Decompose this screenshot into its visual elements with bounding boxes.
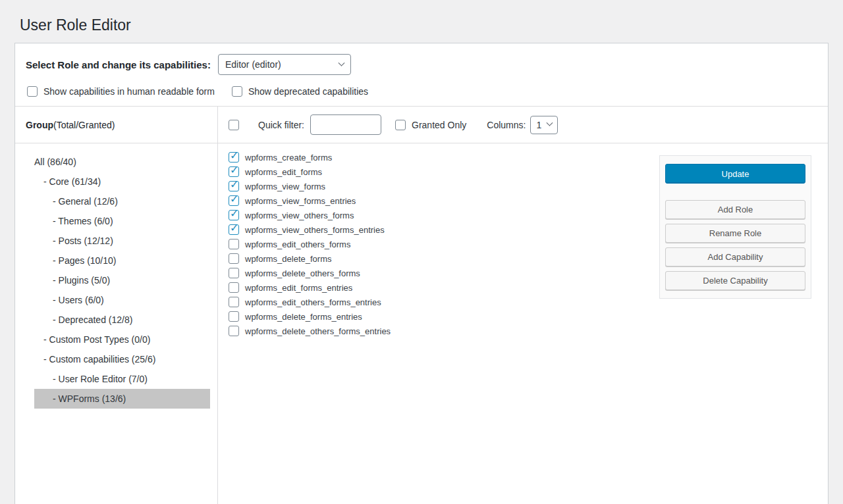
capabilities-area: wpforms_create_forms wpforms_edit_forms … [218,143,828,504]
capability-row: wpforms_edit_others_forms [229,239,651,249]
capability-label: wpforms_view_forms [245,182,325,191]
capability-row: wpforms_delete_others_forms_entries [229,326,651,336]
group-tree-item[interactable]: - Plugins (5/0) [34,270,210,290]
capability-row: wpforms_view_forms_entries [229,195,651,206]
capability-checkbox[interactable] [229,166,239,177]
capability-checkbox[interactable] [229,253,239,264]
capability-row: wpforms_edit_others_forms_entries [229,297,651,307]
quick-filter-label: Quick filter: [258,120,304,130]
capabilities-column: Quick filter: Granted Only Columns: 1 wp… [218,107,828,504]
capability-label: wpforms_edit_forms [245,167,322,177]
capability-checkbox[interactable] [229,181,239,191]
group-item-label: - Pages (10/10) [53,255,117,266]
capability-label: wpforms_create_forms [245,153,332,163]
capability-row: wpforms_edit_forms [229,166,651,177]
capability-checkbox[interactable] [229,326,239,336]
chevron-down-icon [547,120,553,126]
quick-filter-input[interactable] [310,114,381,135]
capability-row: wpforms_delete_forms_entries [229,311,651,322]
granted-only-checkbox[interactable] [395,120,406,130]
capability-label: wpforms_view_others_forms [245,211,354,220]
deprecated-checkbox[interactable] [232,86,242,97]
capability-label: wpforms_edit_others_forms_entries [245,297,381,307]
group-item-label: - General (12/6) [53,196,118,207]
group-tree-item[interactable]: - Custom capabilities (25/6) [34,349,210,369]
capability-label: wpforms_edit_forms_entries [245,283,352,293]
user-role-editor-panel: Select Role and change its capabilities:… [14,43,829,504]
capability-row: wpforms_create_forms [229,152,651,163]
group-item-label: - WPForms (13/6) [53,393,126,404]
capability-label: wpforms_edit_others_forms [245,239,350,249]
group-item-label: - Posts (12/12) [53,236,113,246]
capability-checkbox[interactable] [229,282,239,293]
group-tree-item[interactable]: - User Role Editor (7/0) [34,369,210,389]
group-tree-item[interactable]: - Users (6/0) [34,290,210,310]
capability-checkbox[interactable] [229,195,239,206]
group-header: Group (Total/Granted) [15,107,217,143]
capability-checkbox[interactable] [229,224,239,235]
filter-bar: Quick filter: Granted Only Columns: 1 [218,107,828,143]
group-tree-item[interactable]: - Posts (12/12) [34,231,210,251]
group-item-label: - Deprecated (12/8) [53,315,132,325]
capability-row: wpforms_delete_others_forms [229,268,651,278]
group-tree: All (86/40) - Core (61/34) - General (12… [34,152,210,409]
group-tree-item[interactable]: - General (12/6) [34,191,210,211]
human-readable-label: Show capabilities in human readable form [43,86,215,97]
human-readable-option[interactable]: Show capabilities in human readable form [27,86,215,97]
deprecated-label: Show deprecated capabilities [248,86,368,97]
group-column: Group (Total/Granted) All (86/40) - Core… [15,107,218,504]
capability-row: wpforms_delete_forms [229,253,651,264]
group-item-label: - Core (61/34) [43,176,101,187]
capability-label: wpforms_view_forms_entries [245,196,356,206]
add-capability-button[interactable]: Add Capability [665,247,805,266]
columns-select-value: 1 [536,120,541,130]
capability-checkbox[interactable] [229,268,239,278]
group-tree-item[interactable]: - Custom Post Types (0/0) [34,330,210,349]
chevron-down-icon [338,59,344,66]
panel-content: Group (Total/Granted) All (86/40) - Core… [15,107,828,504]
capability-row: wpforms_edit_forms_entries [229,282,651,293]
group-tree-item[interactable]: - Pages (10/10) [34,251,210,270]
human-readable-checkbox[interactable] [27,86,38,97]
role-selector-row: Select Role and change its capabilities:… [15,43,828,75]
capability-checkbox[interactable] [229,210,239,220]
add-role-button[interactable]: Add Role [665,200,805,219]
display-options-row: Show capabilities in human readable form… [15,75,828,106]
group-item-label: - User Role Editor (7/0) [53,374,148,384]
rename-role-button[interactable]: Rename Role [665,224,805,243]
group-tree-item[interactable]: All (86/40) [34,152,210,172]
actions-panel: Update Add Role Rename Role Add Capabili… [659,155,811,299]
capability-checkbox[interactable] [229,152,239,163]
capability-checkbox[interactable] [229,311,239,322]
group-item-label: - Users (6/0) [53,295,104,305]
group-tree-item[interactable]: - WPForms (13/6) [34,389,210,409]
capability-checkbox[interactable] [229,239,239,249]
deprecated-option[interactable]: Show deprecated capabilities [232,86,368,97]
columns-label: Columns: [487,120,526,130]
capabilities-list: wpforms_create_forms wpforms_edit_forms … [218,152,651,340]
capability-checkbox[interactable] [229,297,239,307]
group-tree-item[interactable]: - Themes (6/0) [34,211,210,231]
group-item-label: - Plugins (5/0) [53,275,110,286]
capability-row: wpforms_view_others_forms [229,210,651,220]
delete-capability-button[interactable]: Delete Capability [665,271,805,290]
capability-label: wpforms_delete_forms [245,254,332,264]
select-all-checkbox[interactable] [229,120,239,130]
role-select[interactable]: Editor (editor) [218,54,351,75]
group-item-label: - Custom Post Types (0/0) [43,334,150,345]
page-title: User Role Editor [20,16,843,35]
group-item-label: - Custom capabilities (25/6) [43,354,155,365]
role-selector-label: Select Role and change its capabilities: [26,59,211,70]
group-header-suffix: (Total/Granted) [53,120,115,130]
update-button[interactable]: Update [665,164,805,184]
group-item-label: - Themes (6/0) [53,216,113,226]
group-tree-item[interactable]: - Core (61/34) [34,172,210,191]
group-tree-item[interactable]: - Deprecated (12/8) [34,310,210,330]
capability-row: wpforms_view_others_forms_entries [229,224,651,235]
capability-label: wpforms_view_others_forms_entries [245,225,385,235]
capability-label: wpforms_delete_others_forms [245,268,360,278]
capability-row: wpforms_view_forms [229,181,651,191]
group-header-title: Group [26,120,53,130]
role-select-value: Editor (editor) [225,59,281,70]
columns-select[interactable]: 1 [530,116,558,134]
